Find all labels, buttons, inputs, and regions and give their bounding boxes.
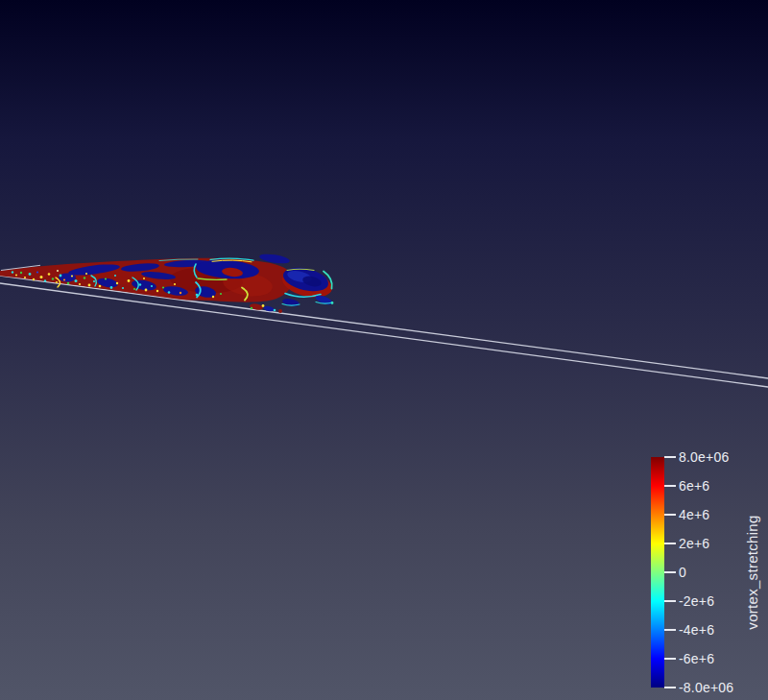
colorbar-tick-dash [664, 687, 676, 688]
plate-edge-lines [0, 276, 768, 387]
colorbar-tick-label: -6e+6 [679, 651, 714, 666]
colorbar-tick-dash [664, 456, 676, 458]
colorbar-tick-label: 8.0e+06 [679, 449, 729, 465]
colorbar-tick-label: 6e+6 [679, 478, 709, 494]
colorbar-tick-label: -8.0e+06 [679, 680, 733, 695]
colorbar-tick-label: 2e+6 [679, 536, 709, 551]
colorbar-tick-dash [664, 485, 676, 487]
colorbar-tick-label: -4e+6 [679, 622, 714, 638]
colorbar-tick-dash [664, 600, 676, 602]
colorbar-tick-dash [664, 629, 676, 631]
colorbar-gradient [651, 457, 664, 688]
colorbar-tick-dash [664, 658, 676, 660]
render-viewport[interactable]: 8.0e+066e+64e+62e+60-2e+6-4e+6-6e+6-8.0e… [0, 0, 768, 700]
colorbar-title: vortex_stretching [743, 428, 762, 700]
colorbar-tick-label: 0 [679, 565, 686, 580]
colorbar-tick-label: 4e+6 [679, 507, 709, 522]
plate-near-edge-line [0, 283, 768, 387]
plate-far-edge-line [0, 276, 768, 378]
colorbar-tick-dash [664, 571, 676, 573]
colorbar-tick-label: -2e+6 [679, 593, 714, 609]
colorbar-tick-dash [664, 543, 676, 544]
vortex-head [279, 264, 334, 308]
colorbar-tick-dash [664, 514, 676, 516]
